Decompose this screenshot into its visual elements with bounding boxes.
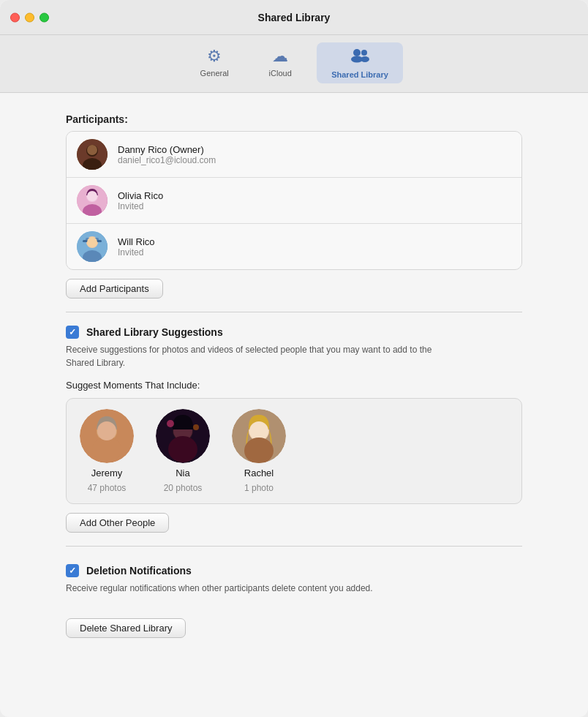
participant-danny-info: Danny Rico (Owner) daniel_rico1@icloud.c… — [118, 144, 216, 165]
tabbar: ⚙ General ☁ iCloud Shared Library — [0, 35, 588, 93]
avatar-olivia — [77, 185, 108, 216]
participants-label: Participants: — [66, 113, 522, 125]
svg-point-25 — [168, 436, 197, 462]
moment-rachel[interactable]: Rachel 1 photo — [232, 409, 286, 493]
tab-general-label: General — [200, 69, 229, 78]
avatar-nia — [156, 409, 210, 463]
moment-nia-name: Nia — [176, 468, 190, 478]
add-other-people-button[interactable]: Add Other People — [66, 513, 169, 533]
deletion-checkbox[interactable] — [66, 564, 79, 577]
fullscreen-button[interactable] — [39, 12, 49, 22]
participant-row: Will Rico Invited — [67, 224, 521, 269]
add-participants-button[interactable]: Add Participants — [66, 279, 163, 299]
svg-point-7 — [87, 145, 97, 155]
suggestions-description: Receive suggestions for photos and video… — [66, 343, 446, 369]
avatar-jeremy — [80, 409, 134, 463]
svg-point-31 — [244, 438, 274, 463]
titlebar: Shared Library — [0, 0, 588, 35]
participant-olivia-status: Invited — [118, 201, 163, 211]
participant-will-info: Will Rico Invited — [118, 236, 155, 258]
participants-section: Participants: Danny Rico (Owner) — [66, 113, 522, 299]
svg-point-3 — [361, 56, 369, 62]
moment-nia[interactable]: Nia 20 photos — [156, 409, 210, 493]
tab-shared-library-label: Shared Library — [331, 70, 388, 79]
svg-point-0 — [353, 49, 361, 56]
svg-point-16 — [87, 237, 97, 247]
window-title: Shared Library — [258, 12, 331, 23]
participant-row: Danny Rico (Owner) daniel_rico1@icloud.c… — [67, 132, 521, 178]
people-icon — [350, 47, 370, 67]
moment-nia-count: 20 photos — [164, 483, 203, 493]
suggestions-checkbox-row: Shared Library Suggestions — [66, 326, 522, 339]
participant-olivia-info: Olivia Rico Invited — [118, 190, 163, 211]
svg-point-21 — [97, 421, 116, 440]
participant-danny-name: Danny Rico (Owner) — [118, 144, 216, 155]
deletion-label: Deletion Notifications — [86, 565, 192, 577]
deletion-section: Deletion Notifications Receive regular n… — [66, 564, 522, 605]
participant-row: Olivia Rico Invited — [67, 178, 521, 224]
moment-jeremy-name: Jeremy — [91, 468, 123, 478]
deletion-checkbox-row: Deletion Notifications — [66, 564, 522, 577]
moments-label: Suggest Moments That Include: — [66, 380, 522, 391]
svg-point-11 — [87, 191, 97, 201]
moment-jeremy[interactable]: Jeremy 47 photos — [80, 409, 134, 493]
participant-danny-email: daniel_rico1@icloud.com — [118, 155, 216, 165]
tab-icloud-label: iCloud — [269, 69, 292, 78]
svg-point-1 — [361, 50, 367, 56]
suggestions-checkbox[interactable] — [66, 326, 79, 339]
svg-point-27 — [193, 424, 199, 430]
tab-icloud[interactable]: ☁ iCloud — [251, 42, 309, 83]
main-content: Participants: Danny Rico (Owner) — [0, 93, 588, 717]
suggestions-section: Shared Library Suggestions Receive sugge… — [66, 326, 522, 533]
delete-shared-library-button[interactable]: Delete Shared Library — [66, 618, 186, 638]
moment-rachel-name: Rachel — [244, 468, 274, 478]
participant-will-status: Invited — [118, 247, 155, 258]
cloud-icon: ☁ — [272, 47, 288, 66]
svg-point-26 — [167, 420, 174, 427]
moment-rachel-count: 1 photo — [244, 483, 274, 493]
tab-general[interactable]: ⚙ General — [185, 42, 244, 83]
suggestions-label: Shared Library Suggestions — [86, 326, 223, 338]
gear-icon: ⚙ — [207, 47, 222, 66]
participant-will-name: Will Rico — [118, 236, 155, 247]
participants-list: Danny Rico (Owner) daniel_rico1@icloud.c… — [66, 131, 522, 270]
deletion-description: Receive regular notifications when other… — [66, 582, 446, 595]
avatar-rachel — [232, 409, 286, 463]
traffic-lights — [10, 12, 49, 22]
close-button[interactable] — [10, 12, 20, 22]
divider-1 — [66, 312, 522, 312]
moment-jeremy-count: 47 photos — [88, 483, 127, 493]
moments-box: Jeremy 47 photos — [66, 398, 522, 504]
avatar-will — [77, 231, 108, 262]
divider-2 — [66, 546, 522, 547]
app-window: Shared Library ⚙ General ☁ iCloud Shared… — [0, 0, 588, 717]
participant-olivia-name: Olivia Rico — [118, 190, 163, 201]
tab-shared-library[interactable]: Shared Library — [317, 42, 403, 83]
avatar-danny — [77, 139, 108, 170]
minimize-button[interactable] — [25, 12, 34, 22]
delete-section: Delete Shared Library — [66, 618, 522, 638]
